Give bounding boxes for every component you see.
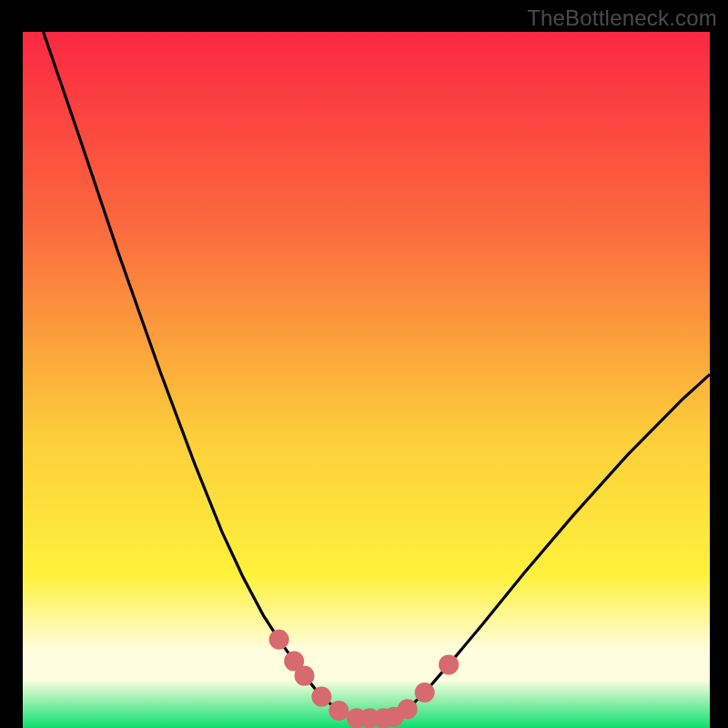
marker-point xyxy=(415,682,435,703)
marker-point xyxy=(329,701,349,721)
marker-point xyxy=(269,630,289,650)
bottleneck-chart xyxy=(0,0,728,728)
watermark-text: TheBottleneck.com xyxy=(527,5,717,31)
chart-frame: TheBottleneck.com xyxy=(0,0,728,728)
plot-gradient-background xyxy=(23,32,710,728)
marker-point xyxy=(311,687,331,707)
marker-point xyxy=(439,654,459,674)
marker-point xyxy=(398,699,418,719)
marker-point xyxy=(295,666,315,686)
